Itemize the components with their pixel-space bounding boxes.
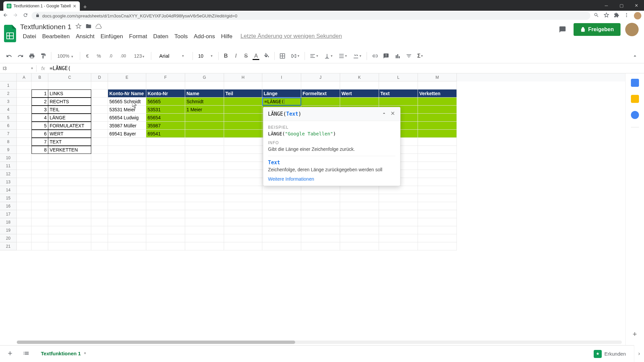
cell[interactable]: 56565 Schmidt <box>108 98 146 106</box>
cell[interactable] <box>224 130 262 138</box>
cell[interactable] <box>262 226 301 234</box>
cell[interactable]: 7 <box>32 138 48 146</box>
cell[interactable]: Wert <box>340 89 379 98</box>
cell[interactable]: 1 <box>32 89 48 98</box>
window-maximize[interactable]: ▢ <box>614 0 629 11</box>
cell[interactable]: Name <box>185 89 224 98</box>
menu-einfuegen[interactable]: Einfügen <box>98 33 126 40</box>
url-bar[interactable]: docs.google.com/spreadsheets/d/1rn3osCna… <box>32 12 590 20</box>
cell[interactable] <box>146 162 185 170</box>
cell[interactable] <box>108 146 146 154</box>
cell[interactable] <box>185 242 224 250</box>
cell[interactable] <box>185 234 224 242</box>
cell[interactable] <box>146 146 185 154</box>
cell[interactable] <box>91 89 108 98</box>
cell[interactable] <box>301 210 340 218</box>
cell[interactable] <box>91 138 108 146</box>
cell[interactable] <box>17 162 32 170</box>
font-picker[interactable]: Arial▼ <box>154 52 190 60</box>
cell[interactable] <box>301 242 340 250</box>
cell[interactable] <box>48 202 91 210</box>
cell[interactable] <box>301 226 340 234</box>
keep-addon-icon[interactable] <box>631 95 639 103</box>
cell[interactable] <box>91 114 108 122</box>
col-header-E[interactable]: E <box>108 73 146 81</box>
row-header-19[interactable]: 19 <box>0 226 17 234</box>
cell[interactable] <box>146 218 185 226</box>
menu-daten[interactable]: Daten <box>151 33 171 40</box>
cell[interactable] <box>224 81 262 89</box>
cell[interactable] <box>108 186 146 194</box>
cell[interactable] <box>224 138 262 146</box>
cell[interactable] <box>224 202 262 210</box>
paintformat-button[interactable] <box>38 51 48 61</box>
window-minimize[interactable]: ─ <box>599 0 614 11</box>
cell[interactable] <box>185 138 224 146</box>
cell[interactable] <box>185 202 224 210</box>
cell[interactable]: Text <box>379 89 418 98</box>
cell[interactable]: 4 <box>32 114 48 122</box>
cell[interactable] <box>185 218 224 226</box>
cell[interactable]: WERT <box>48 130 91 138</box>
cell[interactable] <box>185 194 224 202</box>
menu-datei[interactable]: Datei <box>20 33 39 40</box>
cell[interactable] <box>48 170 91 178</box>
cell[interactable] <box>379 242 418 250</box>
cell[interactable] <box>91 81 108 89</box>
row-header-11[interactable]: 11 <box>0 162 17 170</box>
cell[interactable] <box>146 186 185 194</box>
cell[interactable] <box>91 210 108 218</box>
cell[interactable] <box>91 162 108 170</box>
cell[interactable] <box>48 218 91 226</box>
valign-button[interactable]: ▼ <box>322 51 335 61</box>
cell[interactable] <box>32 154 48 162</box>
cell[interactable] <box>301 202 340 210</box>
help-more-link[interactable]: Weitere Informationen <box>268 176 395 182</box>
row-header-2[interactable]: 2 <box>0 89 17 98</box>
cell[interactable] <box>224 122 262 130</box>
cell[interactable] <box>17 130 32 138</box>
cell[interactable] <box>17 154 32 162</box>
cell[interactable] <box>17 138 32 146</box>
cell[interactable] <box>418 218 457 226</box>
cell[interactable] <box>17 186 32 194</box>
cell[interactable] <box>17 98 32 106</box>
col-header-B[interactable]: B <box>32 73 48 81</box>
cell[interactable] <box>379 226 418 234</box>
row-header-8[interactable]: 8 <box>0 138 17 146</box>
cell[interactable]: 8 <box>32 146 48 154</box>
add-addon-icon[interactable]: + <box>633 330 637 339</box>
row-header-9[interactable]: 9 <box>0 146 17 154</box>
cell[interactable] <box>48 194 91 202</box>
print-button[interactable] <box>27 51 37 61</box>
cell[interactable] <box>185 162 224 170</box>
cell[interactable] <box>146 170 185 178</box>
expand-side-panel[interactable]: › <box>634 345 644 362</box>
cell[interactable] <box>32 226 48 234</box>
cell[interactable] <box>185 130 224 138</box>
row-header-4[interactable]: 4 <box>0 106 17 114</box>
cell[interactable] <box>418 130 457 138</box>
cell[interactable]: 2 <box>32 98 48 106</box>
cell[interactable] <box>91 106 108 114</box>
cell[interactable] <box>17 194 32 202</box>
cell[interactable]: Schmidt <box>185 98 224 106</box>
cell[interactable] <box>17 170 32 178</box>
cell[interactable] <box>340 81 379 89</box>
cell[interactable] <box>17 202 32 210</box>
cell[interactable] <box>32 186 48 194</box>
col-header-L[interactable]: L <box>379 73 418 81</box>
profile-avatar[interactable] <box>625 23 639 36</box>
cell[interactable] <box>340 202 379 210</box>
reload-icon[interactable] <box>23 12 28 19</box>
help-collapse-icon[interactable] <box>381 111 387 117</box>
row-header-14[interactable]: 14 <box>0 186 17 194</box>
cell-editor[interactable]: =LÄNGE( <box>262 98 301 106</box>
cell[interactable]: LINKS <box>48 89 91 98</box>
comments-button[interactable] <box>556 23 569 36</box>
cell[interactable] <box>91 122 108 130</box>
cell[interactable] <box>91 234 108 242</box>
cell[interactable] <box>262 218 301 226</box>
cell[interactable] <box>32 81 48 89</box>
toolbar-collapse[interactable] <box>630 51 640 61</box>
